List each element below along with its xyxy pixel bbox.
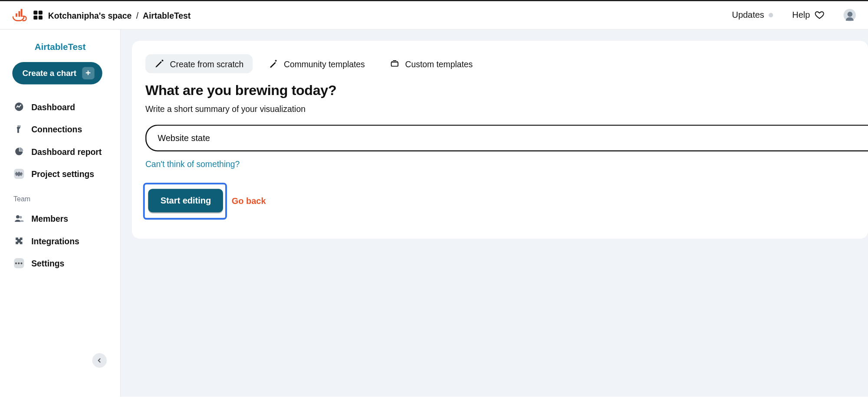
help-link[interactable]: Help	[792, 10, 825, 20]
tab-label: Create from scratch	[170, 59, 244, 69]
project-title[interactable]: AirtableTest	[0, 42, 120, 52]
tab-custom-templates[interactable]: Custom templates	[381, 54, 482, 73]
collapse-sidebar-button[interactable]	[92, 353, 107, 367]
create-chart-label: Create a chart	[23, 69, 77, 78]
brand-logo-icon[interactable]	[12, 8, 26, 22]
breadcrumb-space[interactable]: Kotchanipha's space	[48, 10, 132, 20]
page-subheading: Write a short summary of your visualizat…	[145, 104, 868, 114]
avatar-icon[interactable]	[844, 9, 856, 21]
main-area: Create from scratch Community templates …	[121, 30, 868, 397]
start-editing-button[interactable]: Start editing	[148, 189, 223, 212]
svg-point-2	[20, 216, 22, 219]
top-bar: Kotchanipha's space / AirtableTest Updat…	[0, 0, 868, 30]
plug-icon	[13, 124, 25, 135]
template-icon	[389, 59, 399, 69]
sidebar-team-heading: Team	[0, 185, 120, 207]
sidebar-item-label: Integrations	[31, 236, 79, 246]
summary-input[interactable]	[145, 125, 868, 151]
updates-indicator-icon	[769, 13, 773, 17]
page-heading: What are you brewing today?	[145, 82, 868, 98]
sidebar-item-connections[interactable]: Connections	[0, 118, 120, 141]
svg-rect-3	[391, 62, 398, 66]
magic-wand-icon	[268, 59, 278, 69]
go-back-link[interactable]: Go back	[232, 196, 266, 206]
tab-label: Custom templates	[405, 59, 473, 69]
highlight-frame: Start editing	[143, 183, 227, 220]
sidebar-item-settings[interactable]: ••• Settings	[0, 252, 120, 275]
sidebar: AirtableTest Create a chart + Dashboard …	[0, 30, 121, 397]
plus-icon: +	[82, 67, 94, 79]
sidebar-item-label: Connections	[31, 125, 82, 134]
create-tabs: Create from scratch Community templates …	[145, 54, 868, 73]
create-chart-button[interactable]: Create a chart +	[12, 62, 102, 85]
help-label: Help	[792, 10, 810, 20]
apps-grid-icon[interactable]	[33, 10, 43, 20]
sidebar-item-dashboard-report[interactable]: Dashboard report	[0, 140, 120, 163]
sidebar-item-project-settings[interactable]: Project settings	[0, 163, 120, 185]
breadcrumb-separator: /	[136, 10, 138, 20]
suggestion-link[interactable]: Can't think of something?	[145, 159, 240, 169]
tab-label: Community templates	[284, 59, 365, 69]
pie-chart-icon	[13, 146, 25, 157]
line-chart-icon	[13, 101, 25, 112]
sidebar-item-dashboard[interactable]: Dashboard	[0, 95, 120, 118]
sidebar-item-label: Dashboard	[31, 102, 75, 112]
puzzle-icon	[13, 235, 25, 246]
heart-icon	[815, 10, 825, 20]
pencil-icon	[154, 59, 164, 69]
breadcrumb-project[interactable]: AirtableTest	[143, 10, 191, 20]
members-icon	[13, 213, 25, 224]
sidebar-item-label: Settings	[31, 259, 64, 268]
gear-icon	[13, 168, 25, 180]
ellipsis-icon: •••	[13, 258, 25, 269]
tab-community-templates[interactable]: Community templates	[259, 54, 374, 73]
updates-label: Updates	[732, 10, 764, 20]
updates-link[interactable]: Updates	[732, 10, 773, 20]
sidebar-item-label: Project settings	[31, 169, 94, 179]
sidebar-item-members[interactable]: Members	[0, 207, 120, 230]
create-card: Create from scratch Community templates …	[132, 41, 868, 239]
sidebar-item-label: Dashboard report	[31, 147, 102, 156]
tab-create-from-scratch[interactable]: Create from scratch	[145, 54, 253, 73]
svg-point-1	[16, 215, 20, 219]
sidebar-item-label: Members	[31, 214, 68, 223]
sidebar-item-integrations[interactable]: Integrations	[0, 230, 120, 252]
breadcrumb[interactable]: Kotchanipha's space / AirtableTest	[48, 10, 191, 20]
